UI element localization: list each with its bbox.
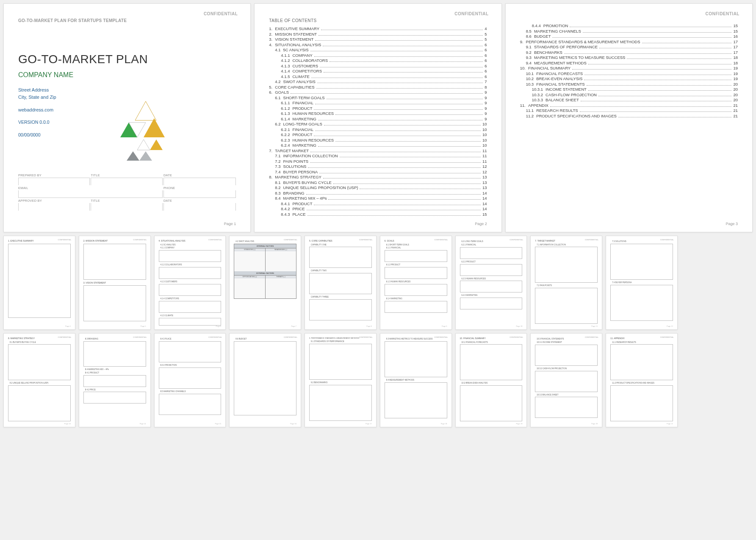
confidential-label: CONFIDENTIAL [706,11,739,16]
toc-entry: 2.MISSION STATEMENT5 [269,32,487,36]
content-box [309,385,372,421]
thumb-page-18: CONFIDENTIAL 9.3 MARKETING METRICS TO ME… [380,333,452,427]
svg-marker-1 [120,122,137,137]
content-box [385,341,447,377]
toc-entry: 8.6BUDGET16 [520,34,738,39]
city-state-zip: City, State and Zip [18,94,236,101]
input-date-2[interactable] [163,203,236,211]
lbl-approved-by: APPROVED BY [18,199,91,203]
toc-entry: 4.1.1COMPANY6 [269,53,487,58]
toc-entry: 6.1.3HUMAN RESOURCES9 [269,111,487,116]
toc-entry: 8.4.4PROMOTION15 [520,23,738,28]
content-box [460,385,523,421]
row-large-pages: CONFIDENTIAL GO-TO-MARKET PLAN FOR START… [3,3,753,232]
page-3-toc: CONFIDENTIAL 8.4.4PROMOTION158.5MARKETIN… [505,3,753,232]
toc-entry: 8.3BRANDING14 [269,191,487,195]
thumb-page-8: CONFIDENTIAL 5. CORE CAPABILITIES CAPABI… [305,236,377,330]
toc-entry: 6.2.1FINANCIAL10 [269,127,487,132]
filler [681,236,753,330]
page-number-2: Page 2 [475,222,487,226]
content-box [535,371,598,392]
content-box [535,397,598,418]
thumb-page-19: CONFIDENTIAL 10. FINANCIAL SUMMARY 10.1 … [455,333,527,427]
content-box [385,284,447,296]
address-block: Street Address City, State and Zip [18,86,236,100]
thumb-page-9: CONFIDENTIAL 6. GOALS 6.1 SHORT-TERM GOA… [380,236,452,330]
page-number-3: Page 3 [726,222,738,226]
content-box [159,367,222,389]
content-box [610,385,673,421]
toc-entry: 8.4MARKETING MIX – 4Ps14 [269,196,487,200]
lbl-date-1: DATE [163,173,236,177]
toc-entry: 4.15C ANALYSIS6 [269,47,487,52]
content-box [83,341,146,367]
toc-title: TABLE OF CONTENTS [269,18,487,23]
input-approved-by[interactable] [18,203,90,211]
content-box [159,284,222,296]
toc-entry: 6.1.4MARKETING9 [269,117,487,121]
toc-entry: 9.2BENCHMARKS17 [520,50,738,55]
toc-entry: 9.PERFORMANCE STANDARDS & MEASUREMENT ME… [520,39,738,44]
toc-entry: 7.2PAIN POINTS11 [269,159,487,164]
content-box [159,250,222,262]
thumb-page-21: CONFIDENTIAL 11. APPENDIX 11.1 RESEARCH … [606,333,678,427]
toc-entry: 11.1RESEARCH RESULTS21 [520,108,738,113]
thumb-page-13: CONFIDENTIAL 8. MARKETING STRATEGY 8.1 B… [3,333,75,427]
page-1-cover: CONFIDENTIAL GO-TO-MARKET PLAN FOR START… [3,3,251,232]
toc-entry: 1.EXECUTIVE SUMMARY4 [269,26,487,31]
thumb-page-17: CONFIDENTIAL 9. PERFORMANCE STANDARDS & … [305,333,377,427]
svg-marker-4 [150,139,163,150]
toc-entry: 6.GOALS9 [269,90,487,95]
thumb-page-12: CONFIDENTIAL 7.3 SOLUTIONS 7.4 BUYER PER… [606,236,678,330]
toc-list-page2: 1.EXECUTIVE SUMMARY42.MISSION STATEMENT5… [269,26,487,217]
content-box [83,285,146,321]
toc-entry: 4.1.5CLIMATE6 [269,74,487,79]
toc-entry: 7.TARGET MARKET11 [269,148,487,153]
content-box [8,385,71,421]
toc-entry: 8.MARKETING STRATEGY13 [269,175,487,179]
input-prepared-by[interactable] [18,178,90,185]
content-box [159,267,222,279]
template-header: GO-TO-MARKET PLAN FOR STARTUPS TEMPLATE [18,18,236,23]
input-phone[interactable] [163,190,236,198]
thumb-page-6: CONFIDENTIAL 4. SITUATIONAL ANALYSIS 4.1… [154,236,226,330]
svg-marker-5 [137,139,150,150]
toc-entry: 10.3FINANCIAL STATEMENTS20 [520,82,738,86]
input-email[interactable] [18,190,163,198]
lbl-title-2: TITLE [91,199,163,203]
thumb-page-20: CONFIDENTIAL 10.3 FINANCIAL STATEMENTS 1… [530,333,602,427]
content-box [385,250,447,262]
toc-entry: 7.3SOLUTIONS12 [269,164,487,169]
toc-entry: 10.FINANCIAL SUMMARY19 [520,66,738,70]
toc-entry: 4.1.2COLLABORATORS6 [269,58,487,63]
content-box [83,244,146,280]
toc-entry: 6.1SHORT-TERM GOALS9 [269,95,487,100]
input-title-2[interactable] [91,203,162,211]
content-box [610,344,673,380]
lbl-date-2: DATE [163,199,236,203]
content-box [159,318,222,326]
content-box [83,375,146,387]
toc-entry: 8.5MARKETING CHANNELS15 [520,29,738,33]
toc-entry: 8.4.2PRICE14 [269,206,487,211]
toc-entry: 7.1INFORMATION COLLECTION11 [269,153,487,158]
signature-table: PREPARED BY TITLE DATE EMAIL PHONE APPRO… [18,173,236,212]
toc-entry: 7.4BUYER PERSONA12 [269,170,487,174]
lbl-email: EMAIL [18,186,163,190]
toc-entry: 6.2.3HUMAN RESOURCES10 [269,138,487,142]
toc-entry: 4.SITUATIONAL ANALYSIS6 [269,42,487,47]
thumb-page-16: CONFIDENTIAL 8.6 BUDGET Page 16 [229,333,301,427]
toc-entry: 6.2.4MARKETING10 [269,143,487,148]
input-date-1[interactable] [163,178,236,185]
content-box [460,264,523,276]
filler [681,333,753,427]
toc-entry: 6.1.1FINANCIAL9 [269,100,487,105]
thumb-page-5: CONFIDENTIAL 2. MISSION STATEMENT 3. VIS… [79,236,151,330]
page-2-toc: CONFIDENTIAL TABLE OF CONTENTS 1.EXECUTI… [254,3,501,232]
triangle-graphic [116,101,175,165]
toc-entry: 10.3.3BALANCE SHEET20 [520,97,738,102]
toc-entry: 11.APPENDIX21 [520,103,738,108]
input-title-1[interactable] [91,178,162,185]
thumb-page-7: CONFIDENTIAL 4.2 SWOT ANALYSIS INTERNAL … [229,236,301,330]
content-box [385,382,447,418]
